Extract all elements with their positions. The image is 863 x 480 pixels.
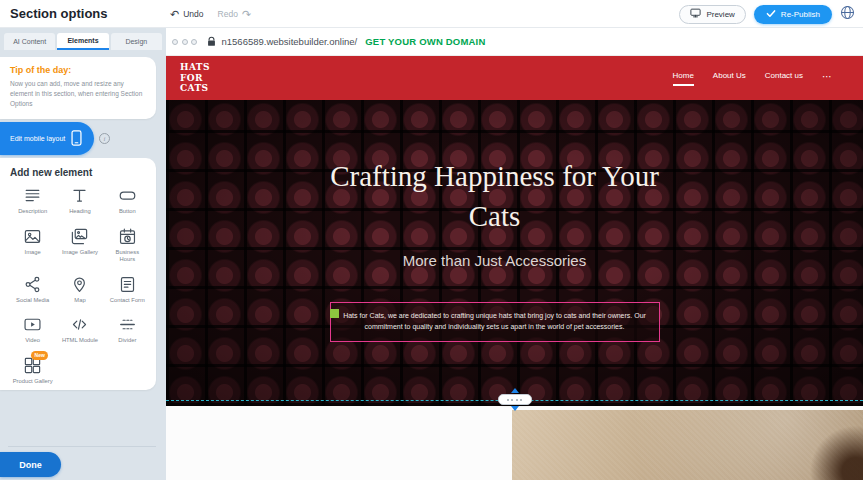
tab-ai-content[interactable]: AI Content <box>4 33 55 50</box>
hero-content: Crafting Happiness for Your Cats More th… <box>166 100 823 406</box>
preview-button[interactable]: Preview <box>679 5 745 24</box>
site-logo[interactable]: Hats for Cats <box>180 62 232 93</box>
arrow-down-icon <box>511 406 519 411</box>
element-grid: Description Heading Button Image Image G… <box>10 186 150 385</box>
business-hours-icon <box>118 227 137 246</box>
element-item-description[interactable]: Description <box>10 186 55 216</box>
undo-button[interactable]: ↶ Undo <box>170 9 204 20</box>
sidebar-tabs: AI Content Elements Design <box>4 33 162 50</box>
image-icon <box>23 227 42 246</box>
tip-body: Now you can add, move and resize any ele… <box>10 79 146 109</box>
window-dot <box>191 39 197 45</box>
element-item-html-module[interactable]: HTML Module <box>57 315 102 345</box>
element-item-product-gallery[interactable]: New Product Gallery <box>10 356 55 386</box>
window-dot <box>172 39 178 45</box>
button-icon <box>118 186 137 205</box>
window-dot <box>182 39 188 45</box>
drag-grip <box>498 394 532 405</box>
site-preview: Hats for Cats Home About Us Contact us ⋯… <box>166 56 863 480</box>
hero-section: Crafting Happiness for Your Cats More th… <box>166 100 863 406</box>
new-badge: New <box>31 351 48 360</box>
site-header: Hats for Cats Home About Us Contact us ⋯ <box>166 56 863 100</box>
element-label: Product Gallery <box>13 378 53 386</box>
element-label: Map <box>74 297 85 305</box>
element-label: Video <box>25 337 40 345</box>
info-icon: i <box>104 135 106 143</box>
redo-icon: ↷ <box>242 9 251 20</box>
element-item-map[interactable]: Map <box>57 275 102 305</box>
nav-contact-us[interactable]: Contact us <box>765 71 803 86</box>
image-gallery-icon <box>70 227 89 246</box>
redo-button[interactable]: Redo ↷ <box>218 9 252 20</box>
element-item-divider[interactable]: Divider <box>105 315 150 345</box>
html-module-icon <box>70 315 89 334</box>
element-label: Button <box>119 208 136 216</box>
republish-button[interactable]: Re-Publish <box>754 5 832 24</box>
add-element-title: Add new element <box>10 167 150 178</box>
element-item-business-hours[interactable]: Business Hours <box>105 227 150 264</box>
element-label: Heading <box>69 208 91 216</box>
nav-home[interactable]: Home <box>673 71 694 86</box>
tip-title: Tip of the day: <box>10 65 146 75</box>
add-element-panel: Add new element Description Heading Butt… <box>0 158 156 390</box>
next-section-image[interactable] <box>512 410 863 480</box>
hero-text-box[interactable]: Hats for Cats, we are dedicated to craft… <box>330 302 660 342</box>
lock-icon <box>207 36 216 47</box>
arrow-up-icon <box>511 388 519 393</box>
element-label: Business Hours <box>107 249 147 264</box>
video-icon <box>23 315 42 334</box>
globe-icon <box>840 5 855 24</box>
redo-label: Redo <box>218 9 238 19</box>
check-icon <box>766 9 776 20</box>
element-item-social-media[interactable]: Social Media <box>10 275 55 305</box>
toolbar-right-group: Preview Re-Publish <box>679 0 855 28</box>
browser-chrome: n1566589.websitebuilder.online/ GET YOUR… <box>166 28 863 56</box>
hero-body-text: Hats for Cats, we are dedicated to craft… <box>343 312 646 330</box>
element-label: Image Gallery <box>62 249 98 257</box>
map-icon <box>70 275 89 294</box>
monitor-icon <box>690 8 701 20</box>
description-icon <box>23 186 42 205</box>
element-label: Divider <box>118 337 136 345</box>
republish-label: Re-Publish <box>781 10 820 19</box>
info-button[interactable]: i <box>99 133 110 144</box>
element-item-video[interactable]: Video <box>10 315 55 345</box>
tab-elements[interactable]: Elements <box>57 33 108 50</box>
site-nav: Home About Us Contact us ⋯ <box>673 71 834 86</box>
element-item-heading[interactable]: Heading <box>57 186 102 216</box>
undo-label: Undo <box>183 9 203 19</box>
tab-design[interactable]: Design <box>111 33 162 50</box>
site-url: n1566589.websitebuilder.online/ <box>222 36 358 47</box>
top-toolbar: Section options ↶ Undo Redo ↷ Preview Re… <box>0 0 863 28</box>
section-resize-handle[interactable] <box>498 388 532 411</box>
nav-more-button[interactable]: ⋯ <box>822 71 833 86</box>
element-label: Social Media <box>16 297 49 305</box>
app: Section options ↶ Undo Redo ↷ Preview Re… <box>0 0 863 480</box>
divider-icon <box>118 315 137 334</box>
element-item-contact-form[interactable]: Contact Form <box>105 275 150 305</box>
selection-handle[interactable] <box>330 309 339 318</box>
element-item-button[interactable]: Button <box>105 186 150 216</box>
language-globe-button[interactable] <box>840 5 855 24</box>
hero-subheading: More than Just Accessories <box>166 252 823 269</box>
done-button[interactable]: Done <box>0 452 61 477</box>
nav-about-us[interactable]: About Us <box>713 71 746 86</box>
history-controls: ↶ Undo Redo ↷ <box>170 0 251 28</box>
element-label: Description <box>18 208 47 216</box>
element-item-image[interactable]: Image <box>10 227 55 264</box>
heading-icon <box>70 186 89 205</box>
sidebar-divider <box>8 446 156 447</box>
tip-card: Tip of the day: Now you can add, move an… <box>0 57 156 119</box>
element-item-image-gallery[interactable]: Image Gallery <box>57 227 102 264</box>
element-label: HTML Module <box>62 337 98 345</box>
undo-icon: ↶ <box>170 9 179 20</box>
preview-label: Preview <box>706 10 734 19</box>
sidebar: AI Content Elements Design Tip of the da… <box>0 28 166 480</box>
social-media-icon <box>23 275 42 294</box>
edit-mobile-label: Edit mobile layout <box>10 135 65 142</box>
get-your-own-domain-link[interactable]: GET YOUR OWN DOMAIN <box>365 36 485 47</box>
edit-mobile-layout-button[interactable]: Edit mobile layout <box>0 122 94 155</box>
page-title: Section options <box>10 0 108 28</box>
contact-form-icon <box>118 275 137 294</box>
element-label: Contact Form <box>110 297 145 305</box>
